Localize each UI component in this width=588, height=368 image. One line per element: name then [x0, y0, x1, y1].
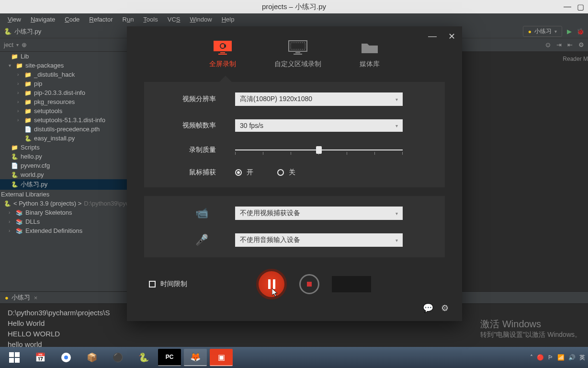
window-title: projects – 小练习.py: [262, 2, 326, 12]
menu-navigate[interactable]: Navigate: [27, 15, 59, 24]
quality-label: 录制质量: [168, 146, 235, 154]
cursor-icon: [272, 288, 280, 298]
svg-rect-13: [295, 52, 300, 53]
settings-icon[interactable]: ⚙: [441, 303, 449, 313]
tray-network-icon[interactable]: 📶: [557, 354, 565, 361]
project-panel-label: ject: [4, 41, 13, 48]
mouse-off-radio[interactable]: 关: [277, 168, 295, 177]
microphone-icon: 🎤: [168, 234, 235, 246]
taskbar-firefox[interactable]: 🦊: [184, 349, 207, 366]
tree-hello[interactable]: 🐍hello.py: [0, 152, 127, 161]
tree-site-packages[interactable]: ▾📁site-packages: [0, 61, 127, 70]
svg-rect-8: [218, 54, 227, 55]
taskbar-python[interactable]: 🐍: [132, 349, 155, 366]
tray-tool-icon[interactable]: 🔴: [537, 354, 544, 361]
pause-icon: [268, 279, 275, 289]
menu-tools[interactable]: Tools: [139, 15, 161, 24]
taskbar-app-1[interactable]: 📅: [29, 349, 52, 366]
taskbar-chrome[interactable]: [55, 349, 78, 366]
chat-icon[interactable]: 💬: [423, 303, 433, 313]
menu-view[interactable]: View: [4, 15, 25, 24]
tree-dlls[interactable]: ›📚DLLs: [0, 217, 127, 226]
menu-vcs[interactable]: VCS: [164, 15, 184, 24]
mouse-on-radio[interactable]: 开: [235, 168, 253, 177]
maximize-button[interactable]: ▢: [577, 2, 584, 12]
taskbar-app-4[interactable]: ⚫: [106, 349, 129, 366]
tree-external-libs[interactable]: External Libraries: [0, 190, 127, 199]
slider-thumb[interactable]: [316, 146, 322, 154]
system-tray[interactable]: ˄ 🔴 🏳 📶 🔊 英: [530, 354, 585, 362]
collapse-icon[interactable]: ⇥: [556, 41, 562, 48]
taskbar-recorder[interactable]: ▣: [210, 349, 233, 366]
close-run-tab-icon[interactable]: ×: [34, 294, 38, 301]
tree-world[interactable]: 🐍world.py: [0, 170, 127, 179]
tray-ime[interactable]: 英: [579, 354, 585, 362]
svg-rect-10: [224, 45, 226, 47]
minimize-button[interactable]: —: [564, 2, 571, 12]
svg-rect-0: [9, 352, 14, 357]
reader-mode-hint[interactable]: Reader M: [563, 56, 588, 62]
time-limit-label: 时间限制: [160, 280, 187, 288]
audio-device-select[interactable]: 不使用音频输入设备: [235, 233, 403, 247]
menu-help[interactable]: Help: [218, 15, 238, 24]
time-limit-checkbox[interactable]: [149, 281, 156, 288]
menu-code[interactable]: Code: [61, 15, 83, 24]
tab-fullscreen-record[interactable]: 全屏录制: [209, 40, 236, 69]
quality-slider[interactable]: [235, 145, 403, 155]
tab-media-library[interactable]: 媒体库: [360, 40, 380, 69]
start-button[interactable]: [3, 349, 26, 366]
resolution-select[interactable]: 高清(1080P) 1920x1080: [235, 92, 403, 106]
svg-rect-6: [214, 41, 232, 51]
tree-easy-install[interactable]: 🐍easy_install.py: [0, 134, 127, 143]
target-icon[interactable]: ⊕: [22, 41, 27, 48]
gear-icon[interactable]: ⚙: [578, 41, 584, 48]
tree-scripts[interactable]: 📁Scripts: [0, 143, 127, 152]
tray-up-icon[interactable]: ˄: [530, 354, 533, 361]
tree-pip-dist[interactable]: ›📁pip-20.3.3.dist-info: [0, 88, 127, 97]
tab-region-record[interactable]: 自定义区域录制: [274, 40, 321, 69]
tree-pip[interactable]: ›📁pip: [0, 79, 127, 88]
tree-setuptools[interactable]: ›📁setuptools: [0, 106, 127, 115]
run-button[interactable]: ▶: [567, 28, 572, 35]
svg-rect-2: [9, 358, 14, 363]
taskbar-app-3[interactable]: 📦: [80, 349, 103, 366]
run-config-select[interactable]: ● 小练习 ▾: [523, 26, 562, 37]
menu-run[interactable]: Run: [119, 15, 138, 24]
tree-python39[interactable]: 🐍< Python 3.9 (projects) > D:\python39\p…: [0, 199, 127, 208]
svg-rect-1: [15, 352, 20, 357]
tray-flag-icon[interactable]: 🏳: [548, 354, 554, 361]
camera-icon: 📹: [168, 207, 235, 219]
open-file-tab[interactable]: 小练习.py: [14, 27, 41, 36]
menu-refactor[interactable]: Refactor: [85, 15, 116, 24]
menubar: View Navigate Code Refactor Run Tools VC…: [0, 13, 588, 25]
screen-recorder-dialog: — ✕ 全屏录制 自定义区域录制 媒体库 视频分辨率 高清(1080P) 192…: [127, 26, 462, 321]
tree-distutils-hack[interactable]: ›📁_distutils_hack: [0, 70, 127, 79]
window-titlebar: projects – 小练习.py — ▢: [0, 0, 588, 13]
windows-taskbar: 📅 📦 ⚫ 🐍 PC 🦊 ▣ ˄ 🔴 🏳 📶 🔊 英: [0, 347, 588, 368]
tree-pkg-resources[interactable]: ›📁pkg_resources: [0, 97, 127, 106]
svg-point-5: [64, 356, 68, 359]
tree-setuptools-dist[interactable]: ›📁setuptools-51.3.1.dist-info: [0, 115, 127, 125]
tree-binary-skeletons[interactable]: ›📚Binary Skeletons: [0, 208, 127, 217]
region-icon: [288, 40, 308, 55]
tree-lib[interactable]: 📁Lib: [0, 52, 127, 61]
monitor-icon: [213, 40, 233, 55]
expand-icon[interactable]: ⇤: [567, 41, 573, 48]
fps-select[interactable]: 30 fps/s: [235, 119, 403, 132]
tray-volume-icon[interactable]: 🔊: [568, 354, 576, 361]
debug-button[interactable]: 🐞: [577, 28, 584, 35]
pause-button[interactable]: [256, 269, 287, 299]
svg-rect-11: [289, 41, 307, 51]
tree-xiaolianxi[interactable]: 🐍小练习.py: [0, 179, 127, 190]
stop-icon: [307, 282, 312, 287]
stop-button[interactable]: [299, 274, 319, 294]
tree-extended-defs[interactable]: ›📚Extended Definitions: [0, 226, 127, 235]
menu-window[interactable]: Window: [186, 15, 215, 24]
tree-distutils-precedence[interactable]: 📄distutils-precedence.pth: [0, 125, 127, 134]
dropdown-icon[interactable]: ▾: [16, 42, 19, 47]
taskbar-pycharm[interactable]: PC: [158, 349, 181, 366]
locate-icon[interactable]: ⊙: [545, 41, 551, 48]
project-tree: 📁Lib ▾📁site-packages ›📁_distutils_hack ›…: [0, 52, 127, 291]
video-device-select[interactable]: 不使用视频捕获设备: [235, 207, 403, 220]
tree-pyvenv[interactable]: 📄pyvenv.cfg: [0, 161, 127, 170]
